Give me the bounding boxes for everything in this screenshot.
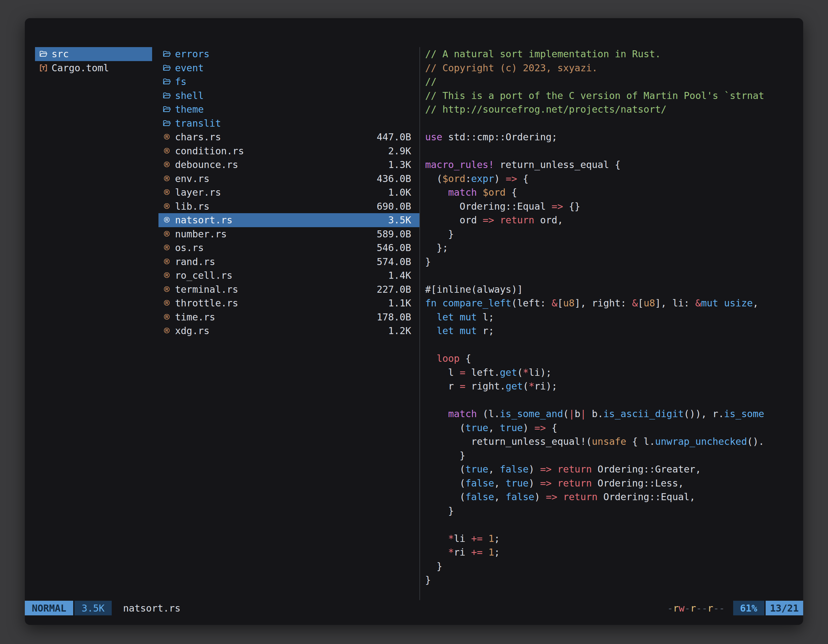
- entry-name: ro_cell.rs: [175, 270, 388, 281]
- code-line: fn compare_left(left: &[u8], right: &[u8…: [425, 296, 797, 310]
- position-badge: 13/21: [765, 601, 803, 615]
- rust-file-icon: ®: [161, 229, 172, 239]
- entry-name: event: [175, 63, 411, 74]
- code-line: ($ord:expr) => {: [425, 172, 797, 186]
- code-line: Ordering::Equal => {}: [425, 199, 797, 213]
- file-row[interactable]: ®os.rs546.0B: [158, 241, 419, 255]
- file-row[interactable]: ®debounce.rs1.3K: [158, 158, 419, 172]
- dir-row[interactable]: fs: [158, 75, 419, 89]
- folder-open-icon: [161, 119, 172, 128]
- entry-size: 447.0B: [377, 132, 411, 143]
- dir-row[interactable]: theme: [158, 102, 419, 116]
- code-line: [425, 518, 797, 532]
- code-line: let mut l;: [425, 310, 797, 324]
- code-line: #[inline(always)]: [425, 282, 797, 296]
- entry-size: 3.5K: [388, 215, 411, 226]
- rust-file-icon: ®: [161, 146, 172, 155]
- code-line: *ri += 1;: [425, 545, 797, 559]
- file-row[interactable]: ®time.rs178.0B: [158, 310, 419, 324]
- rust-file-icon: ®: [161, 271, 172, 280]
- entry-name: lib.rs: [175, 201, 377, 212]
- code-line: ord => return ord,: [425, 213, 797, 227]
- preview-pane: // A natural sort implementation in Rust…: [419, 47, 797, 600]
- code-line: }: [425, 227, 797, 241]
- rust-file-icon: ®: [161, 202, 172, 211]
- current-pane: errorseventfsshellthemetranslit®chars.rs…: [158, 47, 419, 600]
- file-row[interactable]: Cargo.toml: [35, 61, 152, 75]
- dir-row[interactable]: shell: [158, 89, 419, 103]
- code-line: }: [425, 504, 797, 518]
- code-line: (true, false) => return Ordering::Greate…: [425, 462, 797, 476]
- file-row[interactable]: ®terminal.rs227.0B: [158, 282, 419, 296]
- dir-row[interactable]: src: [35, 47, 152, 61]
- status-spacer: [180, 601, 667, 615]
- entry-name: src: [52, 49, 149, 60]
- entry-size: 574.0B: [377, 256, 411, 267]
- rust-file-icon: ®: [161, 243, 172, 252]
- code-line: match (l.is_some_and(|b| b.is_ascii_digi…: [425, 407, 797, 421]
- yazi-file-manager-window: srcCargo.toml errorseventfsshellthemetra…: [25, 18, 803, 625]
- entry-name: rand.rs: [175, 256, 377, 267]
- entry-name: theme: [175, 104, 411, 115]
- code-line: //: [425, 75, 797, 89]
- dir-row[interactable]: event: [158, 61, 419, 75]
- file-row[interactable]: ®rand.rs574.0B: [158, 255, 419, 269]
- code-line: (true, true) => {: [425, 421, 797, 435]
- code-line: r = right.get(*ri);: [425, 379, 797, 393]
- rust-file-icon: ®: [161, 326, 172, 335]
- entry-size: 546.0B: [377, 242, 411, 253]
- file-row[interactable]: ®natsort.rs3.5K: [158, 213, 419, 227]
- entry-name: natsort.rs: [175, 215, 388, 226]
- file-row[interactable]: ®number.rs589.0B: [158, 227, 419, 241]
- rust-file-icon: ®: [161, 188, 172, 197]
- file-row[interactable]: ®env.rs436.0B: [158, 172, 419, 186]
- entry-name: debounce.rs: [175, 159, 388, 170]
- folder-open-icon: [161, 64, 172, 72]
- folder-open-icon: [161, 105, 172, 114]
- code-line: [425, 338, 797, 352]
- permissions: -rw-r--r--: [667, 601, 725, 615]
- folder-open-icon: [161, 50, 172, 58]
- entry-size: 178.0B: [377, 312, 411, 323]
- parent-pane: srcCargo.toml: [35, 47, 152, 600]
- file-row[interactable]: ®throttle.rs1.1K: [158, 296, 419, 310]
- entry-name: number.rs: [175, 229, 377, 240]
- code-line: [425, 144, 797, 158]
- entry-name: time.rs: [175, 312, 377, 323]
- entry-name: throttle.rs: [175, 298, 388, 309]
- rust-file-icon: ®: [161, 257, 172, 266]
- file-row[interactable]: ®lib.rs690.0B: [158, 199, 419, 213]
- entry-size: 690.0B: [377, 201, 411, 212]
- code-line: }: [425, 559, 797, 573]
- code-line: }: [425, 449, 797, 463]
- percent-badge: 61%: [733, 601, 764, 615]
- entry-size: 1.4K: [388, 270, 411, 281]
- dir-row[interactable]: errors: [158, 47, 419, 61]
- rust-file-icon: ®: [161, 298, 172, 308]
- entry-name: errors: [175, 49, 411, 60]
- file-row[interactable]: ®chars.rs447.0B: [158, 130, 419, 144]
- code-line: };: [425, 241, 797, 255]
- rust-file-icon: ®: [161, 285, 172, 294]
- toml-file-icon: [38, 64, 49, 72]
- panes-container: srcCargo.toml errorseventfsshellthemetra…: [35, 47, 797, 600]
- entry-name: shell: [175, 90, 411, 101]
- file-row[interactable]: ®ro_cell.rs1.4K: [158, 268, 419, 282]
- entry-size: 2.9K: [388, 146, 411, 157]
- folder-open-icon: [38, 50, 49, 58]
- rust-file-icon: ®: [161, 215, 172, 225]
- code-line: *li += 1;: [425, 532, 797, 546]
- dir-row[interactable]: translit: [158, 116, 419, 130]
- code-line: return_unless_equal!(unsafe { l.unwrap_u…: [425, 435, 797, 449]
- entry-size: 1.2K: [388, 325, 411, 336]
- entry-name: terminal.rs: [175, 284, 377, 295]
- entry-name: env.rs: [175, 173, 377, 184]
- entry-name: Cargo.toml: [52, 63, 149, 74]
- code-line: loop {: [425, 352, 797, 366]
- code-line: (false, true) => return Ordering::Less,: [425, 476, 797, 490]
- file-row[interactable]: ®condition.rs2.9K: [158, 144, 419, 158]
- file-row[interactable]: ®xdg.rs1.2K: [158, 324, 419, 338]
- file-row[interactable]: ®layer.rs1.0K: [158, 185, 419, 199]
- entry-size: 589.0B: [377, 229, 411, 240]
- code-line: (false, false) => return Ordering::Equal…: [425, 490, 797, 504]
